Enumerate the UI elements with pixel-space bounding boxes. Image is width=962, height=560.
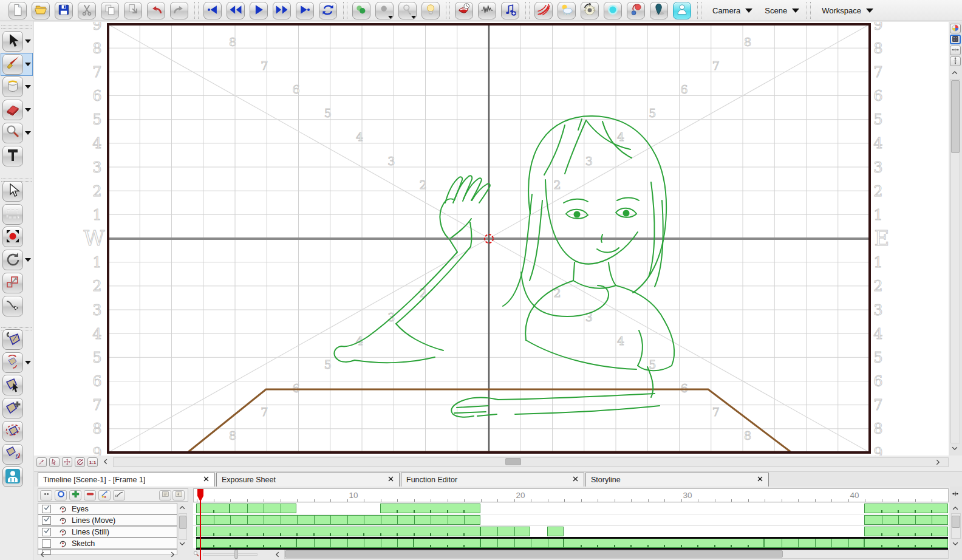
text-tool-tool-button[interactable] <box>2 146 23 166</box>
tab-function-editor[interactable]: Function Editor <box>401 473 584 487</box>
menu-dropdown-workspace[interactable]: Workspace <box>822 6 873 15</box>
color-wheel-button[interactable] <box>950 24 961 33</box>
fast-forward-button[interactable] <box>273 2 291 19</box>
timeline-zoom-slider[interactable] <box>203 553 258 556</box>
exposure-segment[interactable] <box>296 538 414 548</box>
timeline-scroll-down[interactable] <box>952 540 959 547</box>
exposure-row-lines-move-[interactable] <box>193 514 949 526</box>
layer-scroll-up[interactable] <box>179 504 186 511</box>
canvas-scroll-up[interactable] <box>951 69 958 77</box>
onion-skin-gray-dropdown-arrow[interactable] <box>388 16 393 19</box>
eraser-dropdown-arrow[interactable] <box>25 108 31 112</box>
record-transform-tool-button[interactable] <box>2 227 23 247</box>
layer-hscroll-left[interactable] <box>39 551 46 558</box>
exposure-segment[interactable] <box>864 538 948 548</box>
brush-tool-button[interactable] <box>2 54 23 75</box>
mesh-add-tool-button[interactable] <box>2 398 23 418</box>
exposure-segment[interactable] <box>480 538 564 548</box>
linked-circles-button[interactable] <box>627 2 645 19</box>
pixel-grid-button[interactable] <box>950 35 961 44</box>
last-frame-button[interactable] <box>296 2 314 19</box>
blue-ring-button[interactable] <box>55 490 67 500</box>
copy-button[interactable] <box>101 2 119 19</box>
double-dots-button[interactable] <box>40 490 52 500</box>
layer-scrollbar-thumb[interactable] <box>179 516 186 529</box>
rotate-tool-button[interactable] <box>2 250 23 270</box>
add-sound-note-button[interactable] <box>501 2 519 19</box>
motion-curve-tool-button[interactable] <box>2 296 23 316</box>
tab-close-icon[interactable] <box>757 476 763 484</box>
add-layer-button[interactable] <box>69 490 81 500</box>
tab-close-icon[interactable] <box>203 476 210 484</box>
layer-row-eyes[interactable]: Eyes <box>38 503 177 514</box>
mesh-lasso-tool-button[interactable] <box>2 421 23 442</box>
onion-skin-green-button[interactable] <box>352 2 370 19</box>
menu-dropdown-scene[interactable]: Scene <box>765 6 799 15</box>
canvas-scroll-right[interactable] <box>934 459 941 466</box>
zoom-one-to-one-button[interactable]: 1:1 <box>87 457 98 467</box>
exposure-segment[interactable] <box>380 504 480 513</box>
exposure-segment[interactable] <box>764 538 864 548</box>
canvas-horizontal-scrollbar-thumb[interactable] <box>505 458 521 465</box>
tab-close-icon[interactable] <box>572 476 579 484</box>
exposure-row-eyes[interactable] <box>193 503 949 514</box>
mesh-animate-tool-button[interactable] <box>2 352 23 373</box>
select-rect-tool-button[interactable] <box>2 204 23 225</box>
exposure-segment[interactable] <box>196 504 230 513</box>
canvas-scroll-down[interactable] <box>951 445 958 452</box>
frames-hscroll-left[interactable] <box>274 551 281 558</box>
timeline-vertical-scrollbar-thumb[interactable] <box>952 516 960 528</box>
cursor-view-button[interactable] <box>49 457 60 467</box>
paste-button[interactable] <box>124 2 142 19</box>
hook-mesh-tool-button[interactable] <box>2 329 23 350</box>
layer-hscroll-right[interactable] <box>169 551 176 558</box>
select-arrow-dropdown-arrow[interactable] <box>25 39 31 43</box>
rotate-dropdown-arrow[interactable] <box>25 258 31 262</box>
layer-visibility-checkbox[interactable] <box>42 516 51 525</box>
character-button[interactable] <box>673 2 691 19</box>
rotate-view-button[interactable] <box>75 457 85 467</box>
red-strokes-effect-button[interactable] <box>534 2 553 19</box>
paint-bucket-dropdown-arrow[interactable] <box>25 85 31 89</box>
layer-visibility-checkbox[interactable] <box>42 528 51 536</box>
select-arrow-tool-button[interactable] <box>2 31 23 52</box>
exposure-segment[interactable] <box>196 538 296 548</box>
play-button[interactable] <box>250 2 268 19</box>
exposure-segment[interactable] <box>196 515 480 525</box>
exposure-segment[interactable] <box>547 527 564 536</box>
loop-button[interactable] <box>319 2 337 19</box>
exposure-segment[interactable] <box>864 504 948 513</box>
vertical-axis-button[interactable] <box>950 56 961 66</box>
teal-pin-button[interactable] <box>650 2 668 19</box>
mesh-animate-dropdown-arrow[interactable] <box>25 361 31 364</box>
new-file-button[interactable] <box>9 2 27 19</box>
pan-view-button[interactable] <box>62 457 72 467</box>
onion-marker-dropdown-arrow[interactable] <box>411 16 416 19</box>
magnifier-tool-button[interactable] <box>2 123 23 143</box>
exposure-row-lines-still-[interactable] <box>193 526 949 538</box>
exposure-segment[interactable] <box>480 527 531 536</box>
grab-view-button[interactable] <box>36 457 47 467</box>
tab-timeline-scene-1-frame-1-[interactable]: Timeline [Scene-1] - [Frame 1] <box>38 473 215 487</box>
mouth-lipsync-button[interactable] <box>455 2 473 19</box>
drawing-canvas[interactable]: 9999888877776666555544443333222211112222… <box>34 22 950 456</box>
white-arrow-tool-button[interactable] <box>2 181 23 202</box>
canvas-horizontal-scrollbar[interactable] <box>113 457 949 467</box>
collapse-view-toolbar[interactable] <box>102 458 109 465</box>
character-bust-tool-button[interactable] <box>2 466 23 487</box>
redo-button[interactable] <box>170 2 188 19</box>
onion-marker-button[interactable] <box>398 2 417 19</box>
exposure-segment[interactable] <box>864 527 948 536</box>
undo-button[interactable] <box>147 2 165 19</box>
tab-storyline[interactable]: Storyline <box>585 473 769 487</box>
delete-layer-button[interactable] <box>84 490 96 500</box>
frames-horizontal-scrollbar-thumb[interactable] <box>285 550 783 558</box>
weather-effect-button[interactable] <box>558 2 576 19</box>
mesh-rotate-tool-button[interactable] <box>2 444 23 465</box>
exposure-segment[interactable] <box>564 538 764 548</box>
tab-exposure-sheet[interactable]: Exposure Sheet <box>216 473 400 487</box>
timeline-scroll-up[interactable] <box>952 505 959 512</box>
canvas-vertical-scrollbar-thumb[interactable] <box>951 80 960 153</box>
exposure-segment[interactable] <box>864 515 948 525</box>
exposure-segment[interactable] <box>414 538 480 548</box>
